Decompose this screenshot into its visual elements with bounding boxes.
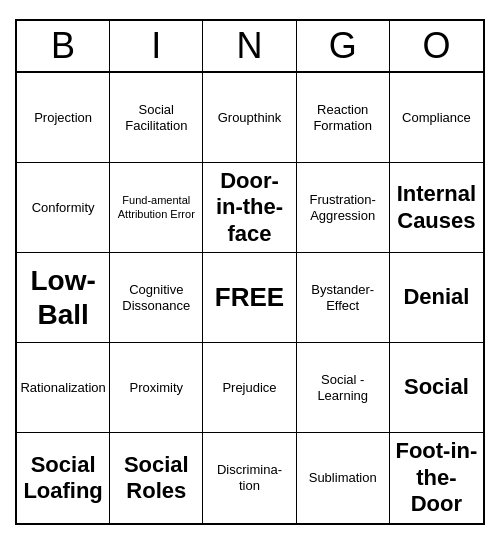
bingo-cell: Low-Ball [17, 253, 110, 343]
bingo-cell: Door-in-the-face [203, 163, 296, 253]
header-letter: G [297, 21, 390, 71]
header-letter: I [110, 21, 203, 71]
bingo-cell: Sublimation [297, 433, 390, 523]
bingo-cell: Compliance [390, 73, 483, 163]
bingo-cell: Social Roles [110, 433, 203, 523]
bingo-cell: Bystander-Effect [297, 253, 390, 343]
bingo-cell: Groupthink [203, 73, 296, 163]
bingo-cell: Social Facilitation [110, 73, 203, 163]
bingo-cell: Projection [17, 73, 110, 163]
bingo-cell: FREE [203, 253, 296, 343]
bingo-cell: Proximity [110, 343, 203, 433]
bingo-grid: ProjectionSocial FacilitationGroupthinkR… [17, 73, 483, 523]
bingo-cell: Rationalization [17, 343, 110, 433]
bingo-cell: Reaction Formation [297, 73, 390, 163]
header-letter: N [203, 21, 296, 71]
bingo-header: BINGO [17, 21, 483, 73]
bingo-cell: Social Loafing [17, 433, 110, 523]
bingo-cell: Denial [390, 253, 483, 343]
bingo-card: BINGO ProjectionSocial FacilitationGroup… [15, 19, 485, 525]
bingo-cell: Cognitive Dissonance [110, 253, 203, 343]
header-letter: B [17, 21, 110, 71]
bingo-cell: Fund-amental Attribution Error [110, 163, 203, 253]
bingo-cell: Social - Learning [297, 343, 390, 433]
bingo-cell: Foot-in-the-Door [390, 433, 483, 523]
bingo-cell: Social [390, 343, 483, 433]
header-letter: O [390, 21, 483, 71]
bingo-cell: Prejudice [203, 343, 296, 433]
bingo-cell: Frustration-Aggression [297, 163, 390, 253]
bingo-cell: Discrimina-tion [203, 433, 296, 523]
bingo-cell: Conformity [17, 163, 110, 253]
bingo-cell: Internal Causes [390, 163, 483, 253]
